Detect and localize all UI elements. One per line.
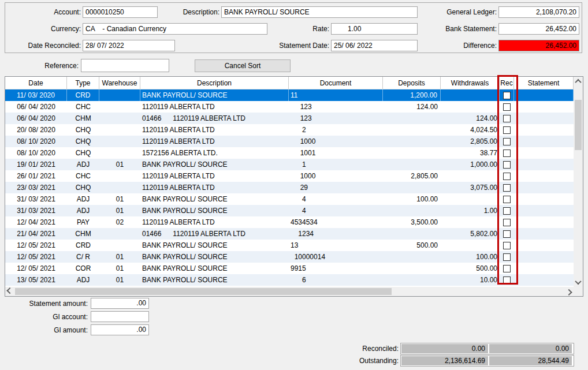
cell-document: 1001: [289, 147, 383, 159]
table-row[interactable]: 12/ 05/ 2021CRDBANK PAYROLL/ SOURCE13500…: [5, 240, 574, 251]
outstanding-functional-value: 2,136,614.69: [401, 356, 488, 365]
cell-deposits: 500.00: [383, 240, 441, 251]
table-row[interactable]: 31/ 03/ 2021ADJ01BANK PAYROLL/ SOURCE 41…: [5, 205, 574, 216]
scroll-down-button[interactable]: [574, 278, 583, 287]
reference-input[interactable]: [81, 59, 169, 72]
rec-checkbox[interactable]: [503, 196, 511, 203]
statement-date-field[interactable]: 25/ 06/ 2022: [331, 40, 418, 51]
outstanding-label: Outstanding:: [335, 356, 399, 366]
cell-deposits: 2,805.00: [383, 170, 441, 182]
rec-checkbox[interactable]: [503, 161, 511, 169]
rec-checkbox[interactable]: [503, 184, 511, 192]
cell-withdrawals: 1,000.00: [441, 159, 500, 170]
rec-checkbox[interactable]: [503, 92, 511, 99]
table-row[interactable]: 20/ 08/ 2020CHQ1120119 ALBERTA LTD 24,02…: [5, 124, 574, 136]
rec-checkbox[interactable]: [503, 115, 511, 122]
outstanding-source-value: 28,544.49: [489, 356, 572, 365]
cell-date: 31/ 03/ 2021: [5, 193, 67, 205]
table-row[interactable]: 06/ 04/ 2020CHC1120119 ALBERTA LTD 12312…: [5, 101, 574, 113]
table-row[interactable]: 23/ 03/ 2021CHQ1120119 ALBERTA LTD 293,0…: [5, 182, 574, 193]
account-field[interactable]: 0000010250: [83, 6, 158, 18]
statement-amount-input[interactable]: .00: [91, 298, 149, 309]
cell-date: 20/ 08/ 2020: [5, 124, 67, 136]
table-row[interactable]: 26/ 01/ 2021CHC1120119 ALBERTA LTD 10002…: [5, 170, 574, 182]
cell-deposits: [383, 205, 441, 216]
column-header-withdrawals[interactable]: Withdrawals: [441, 77, 500, 89]
cell-statement: [514, 124, 574, 136]
rec-checkbox[interactable]: [503, 150, 511, 157]
cell-warehouse: [99, 113, 140, 124]
vertical-scrollbar[interactable]: [574, 77, 583, 287]
rec-checkbox[interactable]: [503, 219, 511, 226]
column-header-rec[interactable]: Rec: [500, 77, 514, 89]
cell-statement: [514, 193, 574, 205]
rec-checkbox[interactable]: [503, 230, 511, 238]
table-row[interactable]: 12/ 04/ 2021PAY021120119 ALBERTA LTD4534…: [5, 216, 574, 228]
column-header-date[interactable]: Date: [5, 77, 67, 89]
rec-checkbox[interactable]: [503, 265, 511, 272]
chevron-left-icon: [6, 287, 13, 294]
rate-field[interactable]: 1.00: [331, 23, 418, 35]
column-header-warehouse[interactable]: Warehouse: [99, 77, 140, 89]
cell-document: 13: [289, 240, 383, 251]
cell-warehouse: [99, 240, 140, 251]
table-row[interactable]: 11/ 03/ 2020CRDBANK PAYROLL/ SOURCE111,2…: [5, 89, 574, 101]
table-row[interactable]: 19/ 01/ 2021ADJ01BANK PAYROLL/ SOURCE 11…: [5, 159, 574, 170]
table-row[interactable]: 08/ 10/ 2020CHQ1120119 ALBERTA LTD 10002…: [5, 136, 574, 147]
rec-checkbox[interactable]: [503, 126, 511, 134]
cell-warehouse: [99, 182, 140, 193]
currency-field[interactable]: CA - Canadian Currency: [83, 23, 267, 35]
rec-checkbox[interactable]: [503, 103, 511, 111]
cell-withdrawals: 4,024.50: [441, 124, 500, 136]
cell-date: 12/ 04/ 2021: [5, 216, 67, 228]
cell-statement: [514, 101, 574, 113]
cell-rec: [500, 228, 514, 240]
cell-description: BANK PAYROLL/ SOURCE: [140, 205, 289, 216]
column-header-type[interactable]: Type: [67, 77, 99, 89]
date-reconciled-field[interactable]: 28/ 07/ 2022: [83, 40, 175, 51]
table-row[interactable]: 12/ 05/ 2021COR01BANK PAYROLL/ SOURCE991…: [5, 263, 574, 274]
cancel-sort-button[interactable]: Cancel Sort: [195, 59, 291, 72]
rec-checkbox[interactable]: [503, 242, 511, 249]
cell-statement: [514, 170, 574, 182]
table-row[interactable]: 13/ 05/ 2021ADJ01BANK PAYROLL/ SOURCE 61…: [5, 274, 574, 286]
table-row[interactable]: 21/ 04/ 2021CHM01466 1120119 ALBERTA LTD…: [5, 228, 574, 240]
column-header-statement[interactable]: Statement: [514, 77, 574, 89]
gl-amount-input[interactable]: .00: [91, 324, 149, 335]
horizontal-scrollbar[interactable]: [5, 287, 574, 296]
cell-deposits: 1,200.00: [383, 89, 441, 101]
rec-checkbox[interactable]: [503, 173, 511, 180]
cell-date: 31/ 03/ 2021: [5, 205, 67, 216]
cell-description: BANK PAYROLL/ SOURCE: [140, 159, 289, 170]
table-row[interactable]: 31/ 03/ 2021ADJ01BANK PAYROLL/ SOURCE 41…: [5, 193, 574, 205]
column-header-description[interactable]: Description: [140, 77, 289, 89]
scroll-left-button[interactable]: [5, 287, 14, 296]
bank-reconciliation-window: { "window": { "background": "#f0f0f0" },…: [0, 0, 588, 370]
column-header-document[interactable]: Document: [289, 77, 383, 89]
table-row[interactable]: 06/ 04/ 2020CHM01466 1120119 ALBERTA LTD…: [5, 113, 574, 124]
rec-checkbox[interactable]: [503, 253, 511, 261]
table-row[interactable]: 08/ 10/ 2020CHQ1572156 ALBERTA LTD. 1001…: [5, 147, 574, 159]
column-header-deposits[interactable]: Deposits: [383, 77, 441, 89]
cell-withdrawals: 38.77: [441, 147, 500, 159]
table-row[interactable]: 12/ 05/ 2021C/ R01BANK PAYROLL/ SOURCE 1…: [5, 251, 574, 263]
cell-type: CHQ: [67, 124, 99, 136]
cell-warehouse: [99, 124, 140, 136]
scroll-up-button[interactable]: [574, 77, 583, 86]
rec-checkbox[interactable]: [503, 276, 511, 284]
cell-description: BANK PAYROLL/ SOURCE: [140, 240, 289, 251]
rec-checkbox[interactable]: [503, 138, 511, 145]
bank-statement-field: 26,452.00: [498, 23, 579, 35]
cell-document: 9915: [289, 263, 383, 274]
cell-date: 12/ 05/ 2021: [5, 263, 67, 274]
cell-deposits: 3,500.00: [383, 216, 441, 228]
cell-deposits: [383, 159, 441, 170]
description-field[interactable]: BANK PAYROLL/ SOURCE: [221, 6, 418, 18]
cell-rec: [500, 101, 514, 113]
horizontal-scrollbar-thumb[interactable]: [15, 288, 392, 295]
vertical-scrollbar-thumb[interactable]: [575, 100, 582, 150]
cell-warehouse: [99, 101, 140, 113]
scroll-right-button[interactable]: [564, 287, 574, 296]
rec-checkbox[interactable]: [503, 207, 511, 215]
gl-account-input[interactable]: [91, 311, 149, 322]
